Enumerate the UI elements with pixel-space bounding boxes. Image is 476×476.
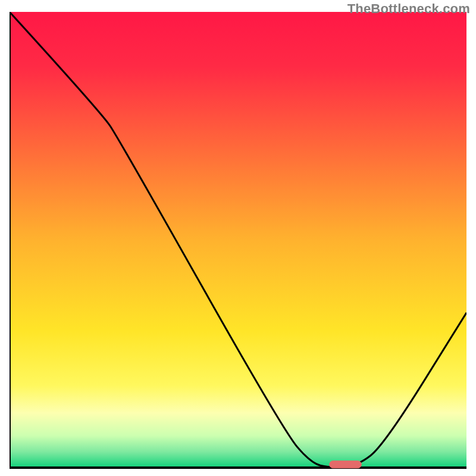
chart-svg	[10, 12, 466, 469]
chart-container: TheBottleneck.com	[0, 0, 476, 476]
plot-area	[10, 12, 466, 469]
optimum-marker	[330, 461, 362, 468]
gradient-background	[10, 12, 466, 468]
watermark-text: TheBottleneck.com	[347, 1, 470, 17]
